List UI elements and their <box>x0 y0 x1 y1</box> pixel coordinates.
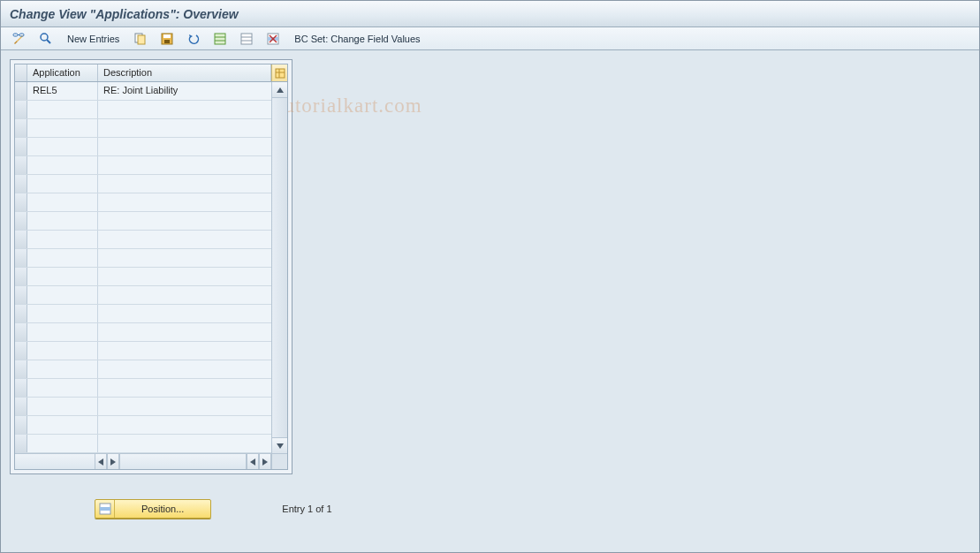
row-selector[interactable] <box>15 212 27 230</box>
undo-button[interactable] <box>182 31 205 47</box>
cell-application[interactable] <box>27 268 98 285</box>
row-selector[interactable] <box>15 398 27 415</box>
cell-application[interactable] <box>27 435 98 452</box>
cell-description[interactable] <box>98 249 271 267</box>
cell-description[interactable] <box>98 323 271 341</box>
table-row[interactable] <box>15 379 271 398</box>
table-row[interactable] <box>15 323 271 342</box>
cell-application[interactable] <box>27 231 98 248</box>
table-row[interactable] <box>15 342 271 360</box>
table-config-button[interactable] <box>271 64 287 81</box>
row-selector[interactable] <box>15 268 27 285</box>
table-row[interactable]: REL5RE: Joint Liability <box>15 82 271 101</box>
cell-application[interactable]: REL5 <box>27 82 98 100</box>
other-view-button[interactable] <box>34 31 57 47</box>
scroll-up-button[interactable] <box>272 82 287 98</box>
table-row[interactable] <box>15 156 271 175</box>
deselect-all-button[interactable] <box>235 31 258 47</box>
cell-description[interactable] <box>98 212 271 230</box>
row-selector[interactable] <box>15 342 27 360</box>
cell-application[interactable] <box>27 305 98 322</box>
row-selector[interactable] <box>15 119 27 137</box>
table-row[interactable] <box>15 286 271 305</box>
cell-description[interactable] <box>98 193 271 211</box>
cell-application[interactable] <box>27 175 98 193</box>
column-header-description[interactable]: Description <box>98 64 271 81</box>
table-row[interactable] <box>15 193 271 212</box>
row-selector[interactable] <box>15 193 27 211</box>
cell-application[interactable] <box>27 360 98 378</box>
cell-application[interactable] <box>27 416 98 434</box>
vertical-scrollbar[interactable] <box>271 82 287 453</box>
table-row[interactable] <box>15 268 271 286</box>
cell-application[interactable] <box>27 323 98 341</box>
row-selector[interactable] <box>15 323 27 341</box>
save-button[interactable] <box>156 31 179 47</box>
row-selector[interactable] <box>15 249 27 267</box>
scroll-down-button[interactable] <box>272 437 287 453</box>
cell-application[interactable] <box>27 193 98 211</box>
cell-description[interactable] <box>98 360 271 378</box>
copy-button[interactable] <box>129 31 152 47</box>
delete-button[interactable] <box>262 31 285 47</box>
table-row[interactable] <box>15 416 271 435</box>
scroll-left-button[interactable] <box>107 454 119 469</box>
row-selector[interactable] <box>15 231 27 248</box>
row-selector[interactable] <box>15 156 27 174</box>
table-row[interactable] <box>15 360 271 379</box>
vscroll-track[interactable] <box>272 98 287 437</box>
table-row[interactable] <box>15 101 271 119</box>
hscroll-track[interactable] <box>119 454 247 469</box>
bc-set-button[interactable]: BC Set: Change Field Values <box>288 31 426 47</box>
cell-application[interactable] <box>27 101 98 118</box>
row-selector-header[interactable] <box>15 64 27 81</box>
row-selector[interactable] <box>15 175 27 193</box>
select-all-button[interactable] <box>209 31 232 47</box>
cell-description[interactable] <box>98 342 271 360</box>
horizontal-scrollbar[interactable] <box>15 453 287 469</box>
cell-application[interactable] <box>27 286 98 304</box>
cell-application[interactable] <box>27 379 98 397</box>
new-entries-button[interactable]: New Entries <box>61 31 125 47</box>
table-row[interactable] <box>15 398 271 416</box>
cell-application[interactable] <box>27 212 98 230</box>
row-selector[interactable] <box>15 305 27 322</box>
scroll-right-button[interactable] <box>247 454 259 469</box>
cell-description[interactable] <box>98 286 271 304</box>
cell-description[interactable] <box>98 379 271 397</box>
cell-application[interactable] <box>27 119 98 137</box>
table-row[interactable] <box>15 249 271 268</box>
table-row[interactable] <box>15 435 271 453</box>
row-selector[interactable] <box>15 360 27 378</box>
cell-description[interactable] <box>98 101 271 118</box>
row-selector[interactable] <box>15 138 27 155</box>
cell-description[interactable] <box>98 175 271 193</box>
table-row[interactable] <box>15 305 271 323</box>
row-selector[interactable] <box>15 82 27 100</box>
cell-description[interactable] <box>98 305 271 322</box>
cell-application[interactable] <box>27 342 98 360</box>
cell-application[interactable] <box>27 398 98 415</box>
cell-description[interactable]: RE: Joint Liability <box>98 82 271 100</box>
cell-description[interactable] <box>98 398 271 415</box>
row-selector[interactable] <box>15 416 27 434</box>
row-selector[interactable] <box>15 435 27 452</box>
table-row[interactable] <box>15 212 271 231</box>
table-row[interactable] <box>15 119 271 138</box>
cell-description[interactable] <box>98 138 271 155</box>
table-row[interactable] <box>15 175 271 193</box>
scroll-first-button[interactable] <box>95 454 107 469</box>
toggle-change-button[interactable] <box>8 31 31 47</box>
column-header-application[interactable]: Application <box>27 64 98 81</box>
table-row[interactable] <box>15 231 271 249</box>
cell-application[interactable] <box>27 156 98 174</box>
cell-application[interactable] <box>27 138 98 155</box>
row-selector[interactable] <box>15 101 27 118</box>
cell-description[interactable] <box>98 435 271 452</box>
table-row[interactable] <box>15 138 271 156</box>
cell-description[interactable] <box>98 268 271 285</box>
cell-description[interactable] <box>98 416 271 434</box>
scroll-last-button[interactable] <box>259 454 271 469</box>
row-selector[interactable] <box>15 286 27 304</box>
cell-description[interactable] <box>98 156 271 174</box>
